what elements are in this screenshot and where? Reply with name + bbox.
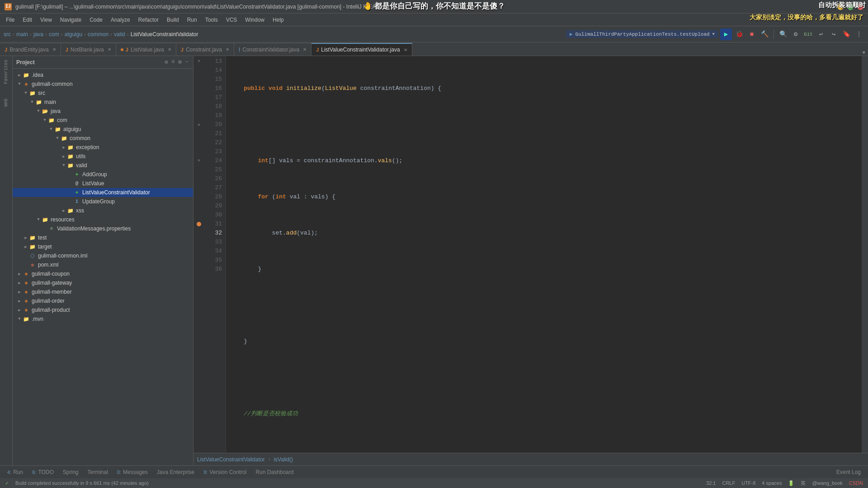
tab-run-dashboard[interactable]: Run Dashboard — [252, 468, 297, 476]
redo-button[interactable]: ↪ — [828, 29, 839, 40]
bottom-breadcrumb-method[interactable]: isValid() — [274, 456, 292, 463]
breadcrumb-atguigu[interactable]: atguigu — [65, 31, 82, 38]
tab-brand-entity[interactable]: J BrandEntity.java ✕ — [0, 43, 61, 56]
tree-item-common[interactable]: ▼ 📁 common — [13, 134, 193, 143]
menu-code[interactable]: Code — [86, 16, 106, 24]
breadcrumb-main[interactable]: main — [16, 31, 28, 38]
tree-item-mvn[interactable]: ▼ 📁 .mvn — [13, 314, 193, 324]
search-everywhere-button[interactable]: 🔍 — [778, 29, 788, 40]
tab-close-icon[interactable]: ✕ — [303, 47, 307, 52]
tab-java-enterprise[interactable]: Java Enterprise — [153, 468, 198, 476]
cursor-position[interactable]: 32:1 — [705, 480, 717, 486]
tab-close-icon[interactable]: ✕ — [404, 47, 407, 52]
fold-icon[interactable]: ▲ — [198, 122, 200, 127]
tree-item-gateway[interactable]: ▶ ◉ gulimall-gateway — [13, 278, 193, 287]
menu-edit[interactable]: Edit — [19, 16, 36, 24]
menu-view[interactable]: View — [37, 16, 56, 24]
tab-close-icon[interactable]: ✕ — [52, 47, 56, 52]
menu-navigate[interactable]: Navigate — [57, 16, 85, 24]
line-separator[interactable]: CRLF — [721, 480, 736, 486]
tab-list-value-constraint-validator[interactable]: J ListValueConstraintValidator.java ✕ — [311, 43, 412, 56]
menu-vcs[interactable]: VCS — [222, 16, 241, 24]
tree-item-atguigu[interactable]: ▼ 📁 atguigu — [13, 125, 193, 134]
run-button[interactable]: ▶ — [720, 28, 732, 40]
breadcrumb-file[interactable]: ListValueConstraintValidator — [131, 31, 198, 38]
menu-window[interactable]: Window — [241, 16, 268, 24]
menu-run[interactable]: Run — [184, 16, 201, 24]
tree-item-java[interactable]: ▼ 📂 java — [13, 107, 193, 116]
encoding[interactable]: UTF-8 — [740, 480, 757, 486]
tab-event-log[interactable]: Event Log — [833, 468, 864, 476]
tab-constraint-validator[interactable]: I ConstraintValidator.java ✕ — [234, 43, 311, 56]
tab-list-value[interactable]: J ListValue.java ✕ — [116, 43, 176, 56]
more-actions[interactable]: ⋮ — [854, 29, 864, 40]
tab-todo[interactable]: 6: TODO — [28, 468, 57, 476]
run-config-dropdown[interactable]: ▶ GulimallThirdPartyApplicationTests.tes… — [566, 30, 718, 38]
tab-version-control[interactable]: 9: Version Control — [200, 468, 250, 476]
tree-item-iml[interactable]: ▶ ⬡ gulimall-common.iml — [13, 251, 193, 260]
tree-item-valid[interactable]: ▼ 📁 valid — [13, 161, 193, 170]
menu-analyze[interactable]: Analyze — [107, 16, 134, 24]
tab-close-icon[interactable]: ✕ — [226, 47, 229, 52]
menu-help[interactable]: Help — [269, 16, 288, 24]
sidebar-sort-icon[interactable]: ≡ — [170, 58, 175, 66]
fold-icon[interactable]: ▼ — [198, 159, 200, 163]
tree-item-coupon[interactable]: ▶ ◉ gulimall-coupon — [13, 269, 193, 278]
tab-run[interactable]: 4: Run — [4, 468, 27, 476]
favorites-tab[interactable]: Favorites — [3, 58, 9, 86]
breakpoint-indicator[interactable] — [197, 222, 201, 226]
tree-item-utils[interactable]: ▶ 📁 utils — [13, 152, 193, 161]
lang-indicator[interactable]: 英 — [799, 480, 807, 487]
sidebar-expand-icon[interactable]: ⊞ — [178, 58, 183, 66]
menu-refactor[interactable]: Refactor — [135, 16, 162, 24]
breadcrumb-src[interactable]: src — [4, 31, 11, 38]
tree-item-order[interactable]: ▶ ◉ gulimall-order — [13, 296, 193, 305]
tab-constraint[interactable]: J Constraint.java ✕ — [176, 43, 234, 56]
tab-close-icon[interactable]: ✕ — [168, 47, 171, 52]
tree-item-add-group[interactable]: ▶ ● AddGroup — [13, 170, 193, 179]
tree-item-xss[interactable]: ▶ 📁 xss — [13, 206, 193, 215]
code-content[interactable]: public void initialize(ListValue constra… — [226, 56, 862, 453]
tree-item-product[interactable]: ▶ ◉ gulimall-product — [13, 305, 193, 314]
fold-icon[interactable]: ▼ — [198, 59, 200, 64]
tab-close-icon[interactable]: ✕ — [108, 47, 111, 52]
tree-item-validation-messages[interactable]: ▶ ≡ ValidationMessages.properties — [13, 224, 193, 233]
tree-item-member[interactable]: ▶ ◉ gulimall-member — [13, 287, 193, 296]
breadcrumb-common[interactable]: common — [88, 31, 108, 38]
tab-terminal[interactable]: Terminal — [84, 468, 112, 476]
undo-button[interactable]: ↩ — [816, 29, 826, 40]
tree-item-gulimall-common[interactable]: ▼ ◉ gulimall-common — [13, 80, 193, 89]
right-scrollbar-panel[interactable] — [862, 56, 868, 453]
breadcrumb-java[interactable]: java — [33, 31, 43, 38]
editor-scroll[interactable]: ▼ ▲ ▼ — [193, 56, 868, 453]
tree-item-list-value-constraint-validator[interactable]: ▶ ● ListValueConstraintValidator — [13, 188, 193, 197]
menu-build[interactable]: Build — [163, 16, 183, 24]
breadcrumb-valid[interactable]: valid — [114, 31, 125, 38]
tree-item-src[interactable]: ▼ 📁 src — [13, 89, 193, 98]
menu-tools[interactable]: Tools — [202, 16, 222, 24]
sidebar-gear-icon[interactable]: ⚙ — [164, 58, 169, 66]
menu-file[interactable]: File — [2, 16, 18, 24]
tree-item-list-value[interactable]: ▶ @ ListValue — [13, 179, 193, 188]
build-button[interactable]: 🔨 — [759, 29, 770, 40]
debug-button[interactable]: 🐞 — [734, 29, 745, 40]
bottom-breadcrumb-class[interactable]: ListValueConstraintValidator — [197, 456, 265, 463]
settings-button[interactable]: ⚙ — [790, 29, 801, 40]
bookmark-button[interactable]: 🔖 — [841, 29, 852, 40]
vcs-icon[interactable]: Git — [803, 29, 814, 40]
tab-not-blank[interactable]: J NotBlank.java ✕ — [61, 43, 116, 56]
tab-spring[interactable]: Spring — [59, 468, 82, 476]
tree-item-pom[interactable]: ▶ ⊗ pom.xml — [13, 260, 193, 269]
breadcrumb-com[interactable]: com — [49, 31, 59, 38]
sidebar-collapse-icon[interactable]: – — [184, 58, 189, 66]
web-tab[interactable]: Web — [3, 97, 9, 108]
tree-item-idea[interactable]: ▶ 📁 .idea — [13, 70, 193, 80]
tree-item-com[interactable]: ▼ 📁 com — [13, 116, 193, 125]
tab-overflow-button[interactable]: ▼ — [859, 50, 868, 56]
tree-item-exception[interactable]: ▶ 📁 exception — [13, 143, 193, 152]
stop-button[interactable]: ■ — [746, 29, 757, 40]
tree-item-resources[interactable]: ▼ 📁 resources — [13, 215, 193, 224]
tree-item-update-group[interactable]: ▶ I UpdateGroup — [13, 197, 193, 206]
tab-messages[interactable]: 0: Messages — [113, 468, 151, 476]
tree-item-target[interactable]: ▶ 📁 target — [13, 242, 193, 251]
